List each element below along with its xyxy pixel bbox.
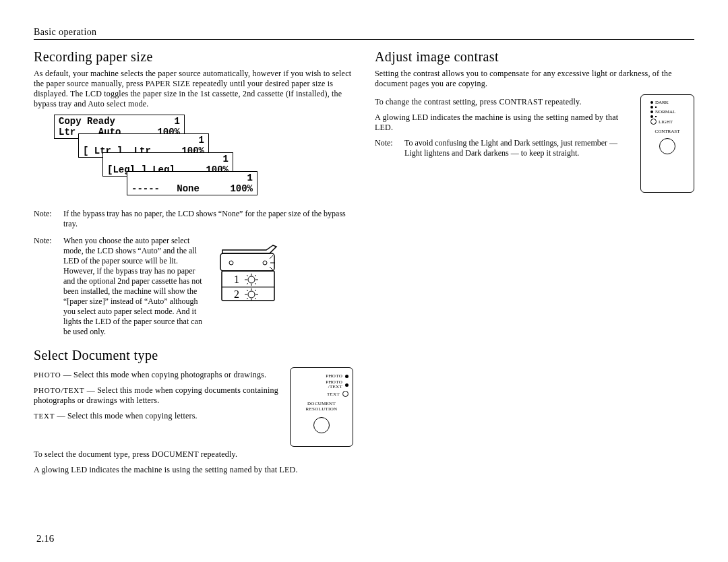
panel-caption: DOCUMENT RESOLUTION — [295, 401, 348, 412]
svg-line-16 — [255, 283, 256, 284]
doctype-text: TEXT — Select this mode when copying let… — [34, 411, 283, 421]
panel-label-text: TEXT — [327, 392, 340, 397]
heading-contrast: Adjust image contrast — [375, 49, 694, 65]
doctype-select: To select the document type, press DOCUM… — [34, 449, 353, 460]
svg-line-6 — [270, 267, 273, 270]
note-row: Note: When you choose the auto paper sel… — [34, 236, 353, 337]
svg-line-27 — [255, 298, 256, 299]
svg-line-13 — [247, 275, 248, 276]
lcd-line: 1 — [175, 116, 180, 127]
panel-label-phototext: PHOTO /TEXT — [326, 380, 342, 389]
svg-line-24 — [247, 290, 248, 291]
right-column: Adjust image contrast Setting the contra… — [375, 45, 694, 480]
svg-point-8 — [248, 276, 255, 283]
note-row: Note: If the bypass tray has no paper, t… — [34, 209, 353, 229]
svg-line-4 — [270, 255, 273, 259]
svg-line-25 — [255, 290, 256, 291]
panel-label-dark: DARK — [655, 100, 669, 105]
page-header: Basic operation — [34, 27, 694, 40]
panel-caption: CONTRAST — [644, 129, 691, 134]
doctype-phototext: PHOTO/TEXT — Select this mode when copyi… — [34, 385, 283, 406]
heading-document-type: Select Document type — [34, 348, 353, 363]
lcd-line: 1 — [199, 135, 204, 146]
note-row: Note: To avoid confusing the Light and D… — [375, 138, 634, 158]
copier-icon: 1 2 — [212, 233, 353, 337]
svg-point-3 — [263, 261, 267, 265]
svg-line-15 — [247, 283, 248, 284]
svg-text:2: 2 — [234, 288, 239, 300]
doctype-glow: A glowing LED indicates the machine is u… — [34, 465, 353, 475]
lcd-line: 1 — [223, 154, 229, 164]
svg-point-19 — [248, 291, 255, 298]
panel-label-light: LIGHT — [659, 119, 673, 125]
svg-point-2 — [229, 261, 233, 265]
svg-text:1: 1 — [234, 274, 239, 285]
panel-label-normal: NORMAL — [655, 109, 675, 115]
lcd-screen: 1 ----- None100% — [127, 171, 257, 195]
svg-line-26 — [247, 298, 248, 299]
heading-recording-paper-size: Recording paper size — [34, 49, 353, 65]
svg-rect-1 — [222, 271, 274, 301]
contrast-change: To change the contrast setting, press CO… — [375, 97, 634, 107]
paragraph-contrast: Setting the contrast allows you to compe… — [375, 69, 694, 89]
document-button-icon — [313, 417, 330, 433]
lcd-line: 1 — [247, 173, 253, 183]
svg-line-14 — [255, 275, 256, 276]
paragraph-recording: As default, your machine selects the pap… — [34, 69, 353, 109]
contrast-panel: DARK NORMAL LIGHT CONTRAST — [640, 94, 694, 193]
contrast-button-icon — [659, 138, 675, 154]
contrast-glow: A glowing LED indicates the machine is u… — [375, 113, 634, 133]
document-resolution-panel: PHOTO PHOTO /TEXT TEXT DOCUMENT RESOLUTI… — [290, 367, 353, 447]
svg-rect-0 — [220, 253, 274, 271]
doctype-photo: PHOTO — Select this mode when copying ph… — [34, 370, 283, 380]
page-number: 2.16 — [36, 533, 54, 544]
lcd-line: Copy Ready — [59, 116, 115, 127]
panel-label-photo: PHOTO — [326, 373, 342, 379]
left-column: Recording paper size As default, your ma… — [34, 45, 353, 480]
lcd-stack: Copy Ready1 Ltr Auto100% 1 [ Ltr ] Ltr10… — [54, 115, 353, 202]
